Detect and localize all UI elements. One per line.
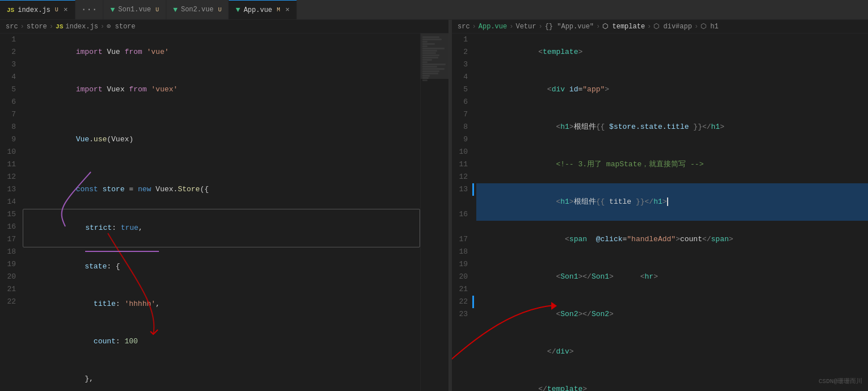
js-icon: JS [7,7,14,14]
r-code-line-2: <div id="app"> [476,71,868,108]
bc-r-vetur: Vetur [515,23,536,31]
gutter-indicators [472,33,474,391]
tab-modified-son1: U [156,7,159,13]
tab-modified-index-js: U [55,7,58,13]
tabs-overflow[interactable]: ··· [76,0,103,19]
code-lines-left: import Vue from 'vue' import Vuex from '… [20,33,420,391]
tab-modified-son2: U [218,7,221,13]
r-code-line-7: <Son1></Son1> <hr> [476,258,868,296]
breadcrumb-left: src › store › JS index.js › ⊙ store [0,20,448,33]
code-lines-right: <template> <div id="app"> <h1>根组件{{ $sto… [474,33,868,391]
editors-row: src › store › JS index.js › ⊙ store 1234… [0,20,868,391]
code-line-8: state: { [23,248,420,285]
tab-label-app: App.vue [244,6,272,14]
code-line-6: const store = new Vuex.Store({ [23,171,420,208]
code-line-5 [23,158,420,171]
line-numbers-right: 12345 678910 111213 16 1718 1920212223 [452,33,472,391]
code-line-3 [23,108,420,121]
r-code-line-3: <h1>根组件{{ $store.state.title }}</h1> [476,108,868,146]
tab-close-app[interactable]: × [286,6,290,14]
code-line-2: import Vuex from 'vuex' [23,71,420,108]
tab-close-index-js[interactable]: × [64,6,68,14]
right-editor-panel: src › App.vue › Vetur › {} "App.vue" › ⬡… [452,20,868,391]
code-area-right[interactable]: 12345 678910 111213 16 1718 1920212223 [452,33,868,391]
tab-index-js[interactable]: JS index.js U × [0,0,76,19]
bc-store: store [27,23,47,31]
tab-label-son1: Son1.vue [118,6,151,14]
code-line-4: Vue.use(Vuex) [23,121,420,158]
minimap-left [420,33,448,391]
left-tab-bar: JS index.js U × ··· [0,0,103,19]
bc-r-h1: ⬡ h1 [701,22,719,31]
r-code-line-10: </template> [476,371,868,391]
bc-r-divapp: ⬡ div#app [653,22,692,31]
left-editor-panel: src › store › JS index.js › ⊙ store 1234… [0,20,448,391]
code-line-9: title: 'hhhhh', [23,285,420,323]
tab-son2-vue[interactable]: ▼ Son2.vue U [166,0,229,19]
watermark: CSDN@珊珊而川 [819,377,862,385]
code-line-7: strict: true, [23,209,420,247]
tab-modified-app: M [277,7,280,13]
bc-js-icon: JS [56,23,63,30]
r-code-line-9: </div> [476,333,868,371]
editor-container: JS index.js U × ··· ▼ Son1.vue U ▼ Son2.… [0,0,868,391]
right-tab-bar: ▼ Son1.vue U ▼ Son2.vue U ▼ App.vue M × [103,0,868,19]
r-code-line-8: <Son2></Son2> [476,296,868,333]
vue-icon-son2: ▼ [173,6,178,14]
bc-r-appvue2: {} "App.vue" [545,23,594,31]
bc-store-obj: ⊙ store [107,22,135,31]
tab-label-index-js: index.js [18,6,51,14]
r-code-line-1: <template> [476,33,868,71]
code-line-1: import Vue from 'vue' [23,33,420,71]
bc-src: src [6,23,18,31]
line-numbers-left: 12345 678910 1112131415 1617181920 2122 [0,33,20,391]
vue-icon-son1: ▼ [110,6,115,14]
code-area-left[interactable]: 12345 678910 1112131415 1617181920 2122 … [0,33,448,391]
dots-icon: ··· [81,5,98,15]
tab-label-son2: Son2.vue [181,6,214,14]
tab-son1-vue[interactable]: ▼ Son1.vue U [103,0,166,19]
tab-app-vue[interactable]: ▼ App.vue M × [229,0,297,19]
bc-r-appvue: App.vue [479,23,507,31]
r-code-line-5: <h1>根组件{{ title }}</h1> [476,183,868,221]
r-code-line-6: <span @click="handleAdd">count</span> [476,221,868,258]
code-line-10: count: 100 [23,323,420,360]
breadcrumb-right: src › App.vue › Vetur › {} "App.vue" › ⬡… [452,20,868,33]
bc-indexjs: index.js [65,23,98,31]
bc-r-template: ⬡ template [602,22,645,31]
r-code-line-4: <!-- 3.用了 mapState，就直接简写 --> [476,146,868,183]
code-line-11: }, [23,360,420,391]
vue-icon-app: ▼ [236,6,240,14]
bc-r-src: src [458,23,470,31]
